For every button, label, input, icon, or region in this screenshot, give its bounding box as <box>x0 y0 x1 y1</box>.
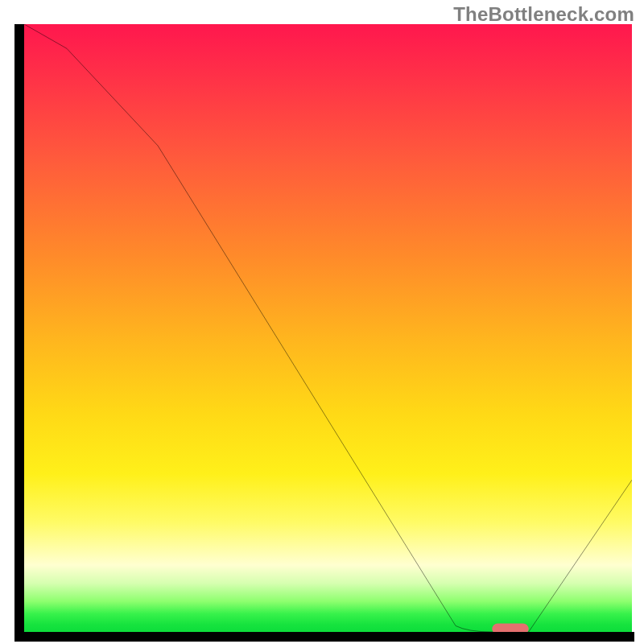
y-axis <box>14 24 24 642</box>
chart-container: TheBottleneck.com <box>0 0 644 644</box>
series-layer <box>24 24 632 632</box>
x-axis <box>14 632 634 642</box>
attribution-label: TheBottleneck.com <box>453 3 634 26</box>
optimal-range-marker <box>492 623 528 632</box>
bottleneck-curve <box>24 24 632 632</box>
plot-area <box>24 24 632 632</box>
